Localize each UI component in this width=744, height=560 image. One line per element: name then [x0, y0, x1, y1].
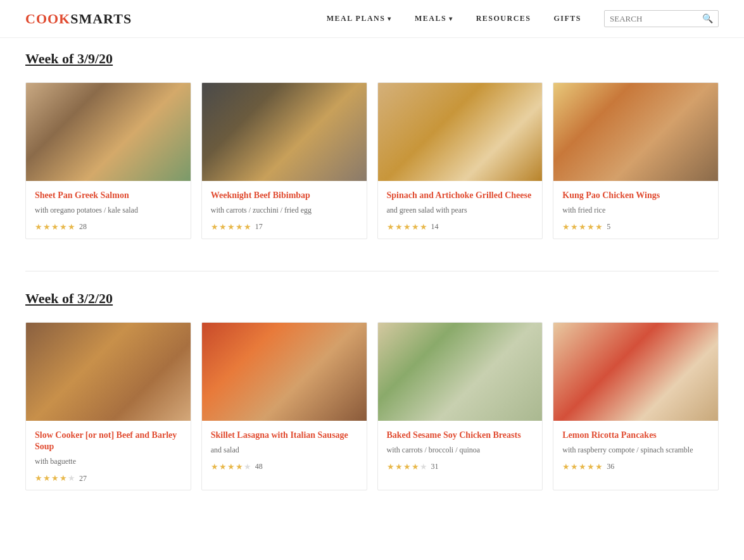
star-half-icon: ★	[244, 222, 251, 232]
rating-count-lasagna: 48	[255, 462, 263, 471]
nav-gifts[interactable]: GIFTS	[553, 14, 581, 23]
site-logo[interactable]: COOKSMARTS	[25, 11, 132, 27]
main-nav: MEAL PLANS ▾ MEALS ▾ RESOURCES GIFTS 🔍	[327, 10, 719, 27]
search-input[interactable]	[610, 14, 698, 24]
meal-rating-pancakes: ★★★★★36	[562, 462, 709, 472]
meal-subtitle-bibimbap: with carrots / zucchini / fried egg	[211, 205, 358, 216]
meal-subtitle-grilled-cheese: and green salad with pears	[387, 205, 534, 216]
meal-rating-kung-pao: ★★★★★5	[562, 222, 709, 232]
search-bar[interactable]: 🔍	[604, 10, 719, 27]
star-full-icon: ★	[60, 222, 67, 232]
meal-card-lasagna[interactable]: Skillet Lasagna with Italian Sausageand …	[201, 322, 367, 490]
star-full-icon: ★	[403, 222, 411, 232]
section-divider	[25, 271, 719, 271]
nav-meal-plans[interactable]: MEAL PLANS ▾	[327, 14, 392, 23]
stars-greek-salmon: ★★★★★	[35, 222, 75, 232]
meal-card-kung-pao[interactable]: Kung Pao Chicken Wingswith fried rice★★★…	[553, 82, 719, 239]
meal-title-greek-salmon: Sheet Pan Greek Salmon	[35, 190, 182, 201]
rating-count-greek-salmon: 28	[79, 222, 87, 232]
star-half-icon: ★	[595, 222, 603, 232]
meal-image-pancakes	[553, 323, 718, 421]
meal-image-kung-pao	[553, 83, 718, 181]
meal-title-sesame-chicken: Baked Sesame Soy Chicken Breasts	[387, 430, 534, 441]
rating-count-pancakes: 36	[607, 462, 614, 471]
star-full-icon: ★	[227, 462, 235, 472]
meal-card-sesame-chicken[interactable]: Baked Sesame Soy Chicken Breastswith car…	[377, 322, 543, 490]
search-icon[interactable]: 🔍	[702, 13, 713, 24]
meal-card-bibimbap[interactable]: Weeknight Beef Bibimbapwith carrots / zu…	[201, 82, 367, 239]
site-header: COOKSMARTS MEAL PLANS ▾ MEALS ▾ RESOURCE…	[0, 0, 744, 38]
meal-card-pancakes[interactable]: Lemon Ricotta Pancakeswith raspberry com…	[553, 322, 719, 490]
star-full-icon: ★	[587, 222, 595, 232]
star-full-icon: ★	[571, 222, 578, 232]
star-full-icon: ★	[35, 222, 42, 232]
meal-image-sesame-chicken	[378, 323, 543, 421]
star-full-icon: ★	[236, 462, 243, 472]
star-full-icon: ★	[51, 473, 59, 483]
star-half-icon: ★	[68, 222, 75, 232]
star-full-icon: ★	[395, 462, 403, 472]
star-full-icon: ★	[562, 222, 570, 232]
meal-subtitle-lasagna: and salad	[211, 445, 358, 456]
star-full-icon: ★	[219, 222, 227, 232]
meal-card-grilled-cheese[interactable]: Spinach and Artichoke Grilled Cheeseand …	[377, 82, 543, 239]
star-full-icon: ★	[403, 462, 411, 472]
star-full-icon: ★	[387, 462, 394, 472]
star-full-icon: ★	[562, 462, 570, 472]
star-half-icon: ★	[60, 473, 67, 483]
nav-resources[interactable]: RESOURCES	[476, 14, 531, 23]
meal-rating-sesame-chicken: ★★★★★31	[387, 462, 534, 472]
star-full-icon: ★	[227, 222, 235, 232]
logo-cook: COOK	[25, 11, 70, 27]
stars-lasagna: ★★★★★	[211, 462, 251, 472]
star-full-icon: ★	[211, 462, 218, 472]
chevron-down-icon: ▾	[388, 15, 392, 22]
meal-title-lasagna: Skillet Lasagna with Italian Sausage	[211, 430, 358, 441]
meal-title-grilled-cheese: Spinach and Artichoke Grilled Cheese	[387, 190, 534, 201]
star-full-icon: ★	[571, 462, 578, 472]
star-full-icon: ★	[387, 222, 394, 232]
stars-beef-soup: ★★★★★	[35, 473, 75, 483]
star-half-icon: ★	[595, 462, 603, 472]
meal-rating-grilled-cheese: ★★★★★14	[387, 222, 534, 232]
meal-title-pancakes: Lemon Ricotta Pancakes	[562, 430, 709, 441]
stars-sesame-chicken: ★★★★★	[387, 462, 427, 472]
meal-grid-0: Sheet Pan Greek Salmonwith oregano potat…	[25, 82, 719, 239]
meal-rating-greek-salmon: ★★★★★28	[35, 222, 182, 232]
meal-title-beef-soup: Slow Cooker [or not] Beef and Barley Sou…	[35, 430, 182, 452]
meal-info-greek-salmon: Sheet Pan Greek Salmonwith oregano potat…	[26, 181, 191, 239]
meal-info-sesame-chicken: Baked Sesame Soy Chicken Breastswith car…	[378, 421, 543, 478]
star-full-icon: ★	[579, 222, 586, 232]
meal-card-greek-salmon[interactable]: Sheet Pan Greek Salmonwith oregano potat…	[25, 82, 191, 239]
star-full-icon: ★	[35, 473, 42, 483]
meal-grid-1: Slow Cooker [or not] Beef and Barley Sou…	[25, 322, 719, 490]
week-title-1: Week of 3/2/20	[25, 290, 113, 307]
meal-image-beef-soup	[26, 323, 191, 421]
week-section-1: Week of 3/2/20Slow Cooker [or not] Beef …	[25, 290, 719, 490]
meal-subtitle-sesame-chicken: with carrots / broccoli / quinoa	[387, 445, 534, 456]
meal-card-beef-soup[interactable]: Slow Cooker [or not] Beef and Barley Sou…	[25, 322, 191, 490]
rating-count-bibimbap: 17	[255, 222, 263, 232]
rating-count-beef-soup: 27	[79, 474, 87, 483]
meal-image-greek-salmon	[26, 83, 191, 181]
meal-info-kung-pao: Kung Pao Chicken Wingswith fried rice★★★…	[553, 181, 718, 239]
meal-info-beef-soup: Slow Cooker [or not] Beef and Barley Sou…	[26, 421, 191, 490]
star-half-icon: ★	[420, 222, 427, 232]
meal-info-grilled-cheese: Spinach and Artichoke Grilled Cheeseand …	[378, 181, 543, 239]
meal-rating-lasagna: ★★★★★48	[211, 462, 358, 472]
chevron-down-icon: ▾	[449, 15, 453, 22]
star-full-icon: ★	[236, 222, 243, 232]
star-empty-icon: ★	[244, 462, 251, 472]
star-full-icon: ★	[51, 222, 59, 232]
star-full-icon: ★	[219, 462, 227, 472]
meal-rating-bibimbap: ★★★★★17	[211, 222, 358, 232]
star-full-icon: ★	[43, 222, 51, 232]
stars-kung-pao: ★★★★★	[562, 222, 603, 232]
meal-image-lasagna	[202, 323, 367, 421]
star-full-icon: ★	[579, 462, 586, 472]
meal-title-kung-pao: Kung Pao Chicken Wings	[562, 190, 709, 201]
nav-meals[interactable]: MEALS ▾	[415, 14, 453, 23]
meal-subtitle-pancakes: with raspberry compote / spinach scrambl…	[562, 445, 709, 456]
stars-bibimbap: ★★★★★	[211, 222, 251, 232]
rating-count-grilled-cheese: 14	[431, 222, 439, 232]
